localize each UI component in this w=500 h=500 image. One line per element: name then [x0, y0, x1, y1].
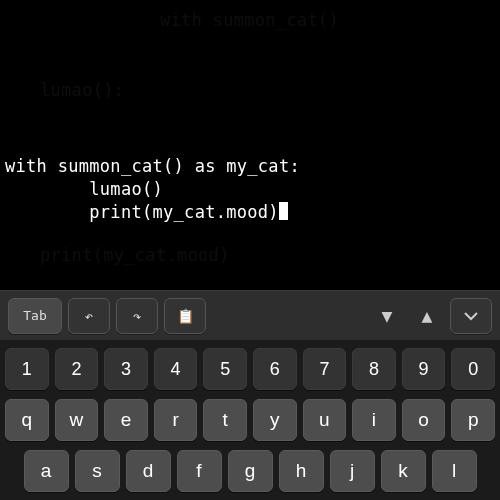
key-u[interactable]: u [303, 399, 347, 441]
key-7[interactable]: 7 [303, 348, 347, 390]
key-i[interactable]: i [352, 399, 396, 441]
key-y[interactable]: y [253, 399, 297, 441]
ghost-below: print(my_cat.mood) [40, 245, 230, 265]
key-o[interactable]: o [402, 399, 446, 441]
move-up-button[interactable]: ▲ [410, 299, 444, 333]
key-j[interactable]: j [330, 450, 375, 492]
move-down-button[interactable]: ▼ [370, 299, 404, 333]
onscreen-keyboard: 1 2 3 4 5 6 7 8 9 0 q w e r t y u i o p … [0, 340, 500, 500]
key-1[interactable]: 1 [5, 348, 49, 390]
code-line-3: print(my_cat.mood) [5, 202, 279, 222]
active-code: with summon_cat() as my_cat: lumao() pri… [5, 155, 300, 224]
key-2[interactable]: 2 [55, 348, 99, 390]
text-cursor [279, 202, 288, 220]
key-e[interactable]: e [104, 399, 148, 441]
key-w[interactable]: w [55, 399, 99, 441]
key-0[interactable]: 0 [451, 348, 495, 390]
dismiss-keyboard-button[interactable] [450, 298, 492, 334]
ghost-code-2: lumao(): [40, 80, 124, 100]
keyboard-mid-row: a s d f g h j k l [5, 450, 495, 492]
undo-button[interactable]: ↶ [68, 298, 110, 334]
code-editor[interactable]: with summon_cat() lumao(): with summon_c… [0, 0, 500, 290]
accessory-toolbar: Tab ↶ ↷ 📋 ▼ ▲ [0, 290, 500, 340]
key-p[interactable]: p [451, 399, 495, 441]
keyboard-number-row: 1 2 3 4 5 6 7 8 9 0 [5, 348, 495, 390]
key-9[interactable]: 9 [402, 348, 446, 390]
key-a[interactable]: a [24, 450, 69, 492]
key-s[interactable]: s [75, 450, 120, 492]
key-3[interactable]: 3 [104, 348, 148, 390]
tab-button[interactable]: Tab [8, 298, 62, 334]
ghost-code-1: with summon_cat() [160, 10, 339, 30]
code-line-1: with summon_cat() as my_cat: [5, 156, 300, 176]
key-8[interactable]: 8 [352, 348, 396, 390]
keyboard-top-row: q w e r t y u i o p [5, 399, 495, 441]
key-q[interactable]: q [5, 399, 49, 441]
key-6[interactable]: 6 [253, 348, 297, 390]
key-r[interactable]: r [154, 399, 198, 441]
key-5[interactable]: 5 [203, 348, 247, 390]
code-line-2: lumao() [5, 179, 163, 199]
key-4[interactable]: 4 [154, 348, 198, 390]
key-d[interactable]: d [126, 450, 171, 492]
key-f[interactable]: f [177, 450, 222, 492]
key-l[interactable]: l [432, 450, 477, 492]
key-g[interactable]: g [228, 450, 273, 492]
clipboard-button[interactable]: 📋 [164, 298, 206, 334]
key-t[interactable]: t [203, 399, 247, 441]
redo-button[interactable]: ↷ [116, 298, 158, 334]
key-h[interactable]: h [279, 450, 324, 492]
chevron-down-icon [463, 308, 479, 324]
key-k[interactable]: k [381, 450, 426, 492]
